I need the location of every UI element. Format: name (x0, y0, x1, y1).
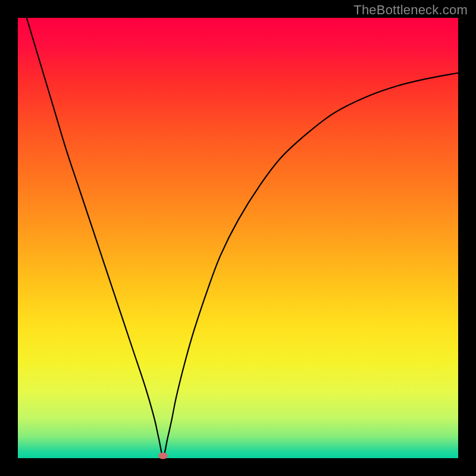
bottleneck-curve (18, 18, 458, 458)
optimal-point-marker (158, 453, 168, 459)
plot-area (18, 18, 458, 458)
chart-frame: TheBottleneck.com (0, 0, 476, 476)
watermark-text: TheBottleneck.com (353, 2, 468, 18)
